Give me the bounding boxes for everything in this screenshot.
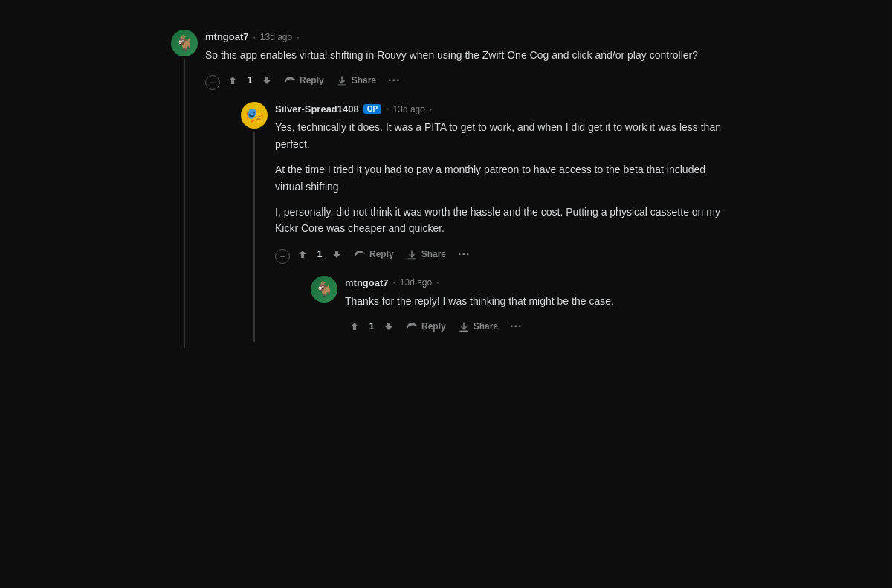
reply-icon <box>406 320 418 332</box>
avatar: 🐐 <box>171 30 198 56</box>
share-button[interactable]: Share <box>401 245 450 263</box>
comment-text: Yes, technically it does. It was a PITA … <box>275 119 721 236</box>
share-icon <box>458 320 470 332</box>
vote-group: 1 <box>293 246 346 262</box>
vote-group: 1 <box>223 72 277 88</box>
share-button[interactable]: Share <box>453 317 502 335</box>
upvote-button[interactable] <box>345 318 364 335</box>
avatar: 🐐 <box>311 276 337 303</box>
comment-header: mtngoat7 · 13d ago · <box>205 31 721 42</box>
reply-icon <box>354 248 366 260</box>
vote-count: 1 <box>315 249 324 259</box>
nested-comment-2: 🐐 mtngoat7 · 13d ago · <box>311 276 721 336</box>
comment-body: mtngoat7 · 13d ago · Thanks for the repl… <box>345 276 721 336</box>
action-bar: − 1 <box>275 245 721 264</box>
action-bar: − 1 Reply Share <box>205 71 721 90</box>
vote-group: 1 <box>345 318 398 335</box>
comment-timestamp: 13d ago <box>260 32 292 42</box>
share-button[interactable]: Share <box>332 71 381 89</box>
downvote-button[interactable] <box>379 318 398 335</box>
upvote-button[interactable] <box>223 72 242 88</box>
comment-dot: · <box>253 32 256 42</box>
comment-timestamp: 13d ago <box>400 277 432 288</box>
share-icon <box>336 74 348 86</box>
downvote-icon <box>384 321 394 332</box>
comment-text: Thanks for the reply! I was thinking tha… <box>345 293 721 309</box>
downvote-icon <box>332 249 342 259</box>
comment-left-column: 🐐 <box>171 30 198 348</box>
avatar-emoji: 🐐 <box>315 282 334 297</box>
comment-item: 🎭 Silver-Spread1408 OP · 13d ago · <box>241 102 721 342</box>
reply-icon <box>284 74 296 86</box>
nested-comment: 🎭 Silver-Spread1408 OP · 13d ago · <box>241 102 721 342</box>
comment-left-column: 🎭 <box>241 102 268 342</box>
upvote-icon <box>297 249 308 259</box>
upvote-button[interactable] <box>293 246 312 262</box>
action-bar: 1 Reply <box>345 317 721 336</box>
thread-line <box>184 59 185 348</box>
comment-username[interactable]: mtngoat7 <box>345 277 389 288</box>
avatar-emoji: 🐐 <box>175 36 194 51</box>
vote-count: 1 <box>367 321 376 332</box>
comment-text: So this app enables virtual shifting in … <box>205 47 721 63</box>
comment-dot2: · <box>430 104 432 114</box>
collapse-button[interactable]: − <box>275 249 290 264</box>
collapse-button[interactable]: − <box>205 75 220 90</box>
comment-body: Silver-Spread1408 OP · 13d ago · Yes, te… <box>275 102 721 342</box>
comment-header: mtngoat7 · 13d ago · <box>345 277 721 288</box>
avatar: 🎭 <box>241 102 268 129</box>
reply-button[interactable]: Reply <box>349 245 398 263</box>
vote-count: 1 <box>245 75 254 85</box>
comment-item: 🐐 mtngoat7 · 13d ago · So this app enabl… <box>171 30 721 348</box>
more-options-button[interactable]: ··· <box>453 245 474 264</box>
upvote-icon <box>227 75 238 85</box>
op-badge: OP <box>363 104 381 114</box>
comment-header: Silver-Spread1408 OP · 13d ago · <box>275 103 721 114</box>
comment-username[interactable]: mtngoat7 <box>205 31 249 42</box>
upvote-icon <box>349 321 360 332</box>
more-options-button[interactable]: ··· <box>505 317 526 336</box>
downvote-button[interactable] <box>327 246 346 262</box>
reply-button[interactable]: Reply <box>279 71 329 89</box>
thread-line <box>253 132 255 342</box>
comment-body: mtngoat7 · 13d ago · So this app enables… <box>205 30 721 348</box>
reply-button[interactable]: Reply <box>401 317 450 335</box>
avatar-emoji: 🎭 <box>245 108 264 123</box>
comment-username[interactable]: Silver-Spread1408 <box>275 103 359 114</box>
comment-dot2: · <box>297 32 299 42</box>
comment-thread: 🐐 mtngoat7 · 13d ago · So this app enabl… <box>156 30 736 348</box>
share-icon <box>406 248 418 260</box>
downvote-button[interactable] <box>257 72 277 88</box>
comment-dot: · <box>386 104 388 114</box>
more-options-button[interactable]: ··· <box>384 71 404 90</box>
comment-item: 🐐 mtngoat7 · 13d ago · <box>311 276 721 336</box>
downvote-icon <box>262 75 272 85</box>
comment-dot: · <box>393 277 395 288</box>
comment-dot2: · <box>436 277 439 288</box>
comment-left-column: 🐐 <box>311 276 337 336</box>
comment-timestamp: 13d ago <box>393 104 425 114</box>
